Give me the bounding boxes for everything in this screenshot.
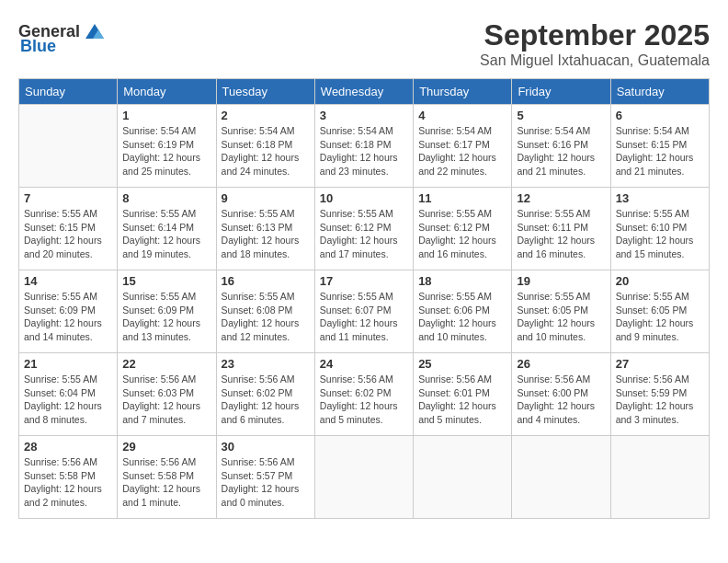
day-number: 29 xyxy=(122,440,210,454)
day-number: 8 xyxy=(122,191,210,205)
day-number: 5 xyxy=(517,109,605,122)
calendar-cell: 7Sunrise: 5:55 AM Sunset: 6:15 PM Daylig… xyxy=(19,188,118,270)
calendar-cell: 10Sunrise: 5:55 AM Sunset: 6:12 PM Dayli… xyxy=(314,188,413,270)
day-number: 14 xyxy=(24,274,112,288)
calendar-cell xyxy=(414,436,512,519)
day-number: 28 xyxy=(24,440,112,454)
day-number: 24 xyxy=(320,357,408,371)
day-info: Sunrise: 5:56 AM Sunset: 5:59 PM Dayligh… xyxy=(616,373,704,427)
day-number: 30 xyxy=(222,440,310,454)
calendar-cell: 11Sunrise: 5:55 AM Sunset: 6:12 PM Dayli… xyxy=(414,188,512,270)
calendar-cell xyxy=(19,105,118,188)
weekday-header: Sunday xyxy=(19,79,118,105)
logo: General Blue xyxy=(18,18,108,56)
page-header: General Blue September 2025 San Miguel I… xyxy=(18,18,710,69)
day-number: 1 xyxy=(122,109,210,122)
calendar-cell: 14Sunrise: 5:55 AM Sunset: 6:09 PM Dayli… xyxy=(19,270,118,353)
weekday-header: Wednesday xyxy=(314,79,413,105)
day-number: 4 xyxy=(418,109,506,122)
day-info: Sunrise: 5:55 AM Sunset: 6:09 PM Dayligh… xyxy=(122,290,210,344)
day-info: Sunrise: 5:54 AM Sunset: 6:15 PM Dayligh… xyxy=(616,124,704,178)
weekday-header: Saturday xyxy=(610,79,709,105)
day-info: Sunrise: 5:54 AM Sunset: 6:18 PM Dayligh… xyxy=(320,124,408,178)
calendar-cell: 22Sunrise: 5:56 AM Sunset: 6:03 PM Dayli… xyxy=(118,353,216,436)
calendar-cell: 2Sunrise: 5:54 AM Sunset: 6:18 PM Daylig… xyxy=(216,105,314,188)
day-info: Sunrise: 5:54 AM Sunset: 6:18 PM Dayligh… xyxy=(222,124,310,178)
calendar-cell: 30Sunrise: 5:56 AM Sunset: 5:57 PM Dayli… xyxy=(216,436,314,519)
day-number: 19 xyxy=(517,274,605,288)
day-info: Sunrise: 5:54 AM Sunset: 6:19 PM Dayligh… xyxy=(122,124,210,178)
day-info: Sunrise: 5:55 AM Sunset: 6:12 PM Dayligh… xyxy=(320,207,408,261)
day-info: Sunrise: 5:55 AM Sunset: 6:07 PM Dayligh… xyxy=(320,290,408,344)
calendar-cell: 12Sunrise: 5:55 AM Sunset: 6:11 PM Dayli… xyxy=(512,188,610,270)
day-number: 2 xyxy=(222,109,310,122)
calendar-cell: 16Sunrise: 5:55 AM Sunset: 6:08 PM Dayli… xyxy=(216,270,314,353)
day-number: 23 xyxy=(222,357,310,371)
day-number: 6 xyxy=(616,109,704,122)
day-info: Sunrise: 5:55 AM Sunset: 6:11 PM Dayligh… xyxy=(517,207,605,261)
calendar-cell: 13Sunrise: 5:55 AM Sunset: 6:10 PM Dayli… xyxy=(610,188,709,270)
day-number: 21 xyxy=(24,357,112,371)
day-info: Sunrise: 5:56 AM Sunset: 5:57 PM Dayligh… xyxy=(222,455,310,510)
calendar-week-row: 7Sunrise: 5:55 AM Sunset: 6:15 PM Daylig… xyxy=(19,188,710,270)
day-info: Sunrise: 5:55 AM Sunset: 6:13 PM Dayligh… xyxy=(222,207,310,261)
day-info: Sunrise: 5:55 AM Sunset: 6:08 PM Dayligh… xyxy=(222,290,310,344)
day-info: Sunrise: 5:55 AM Sunset: 6:06 PM Dayligh… xyxy=(418,290,506,344)
calendar-cell: 19Sunrise: 5:55 AM Sunset: 6:05 PM Dayli… xyxy=(512,270,610,353)
day-info: Sunrise: 5:55 AM Sunset: 6:09 PM Dayligh… xyxy=(24,290,112,344)
calendar-cell: 23Sunrise: 5:56 AM Sunset: 6:02 PM Dayli… xyxy=(216,353,314,436)
day-info: Sunrise: 5:55 AM Sunset: 6:05 PM Dayligh… xyxy=(616,290,704,344)
day-number: 15 xyxy=(122,274,210,288)
day-info: Sunrise: 5:56 AM Sunset: 6:02 PM Dayligh… xyxy=(320,373,408,427)
calendar-week-row: 21Sunrise: 5:55 AM Sunset: 6:04 PM Dayli… xyxy=(19,353,710,436)
weekday-header: Thursday xyxy=(414,79,512,105)
calendar-cell xyxy=(314,436,413,519)
day-number: 27 xyxy=(616,357,704,371)
calendar-cell xyxy=(512,436,610,519)
day-number: 3 xyxy=(320,109,408,122)
day-info: Sunrise: 5:56 AM Sunset: 5:58 PM Dayligh… xyxy=(122,455,210,510)
calendar-cell: 18Sunrise: 5:55 AM Sunset: 6:06 PM Dayli… xyxy=(414,270,512,353)
day-number: 17 xyxy=(320,274,408,288)
day-number: 18 xyxy=(418,274,506,288)
day-info: Sunrise: 5:56 AM Sunset: 6:02 PM Dayligh… xyxy=(222,373,310,427)
calendar-cell: 20Sunrise: 5:55 AM Sunset: 6:05 PM Dayli… xyxy=(610,270,709,353)
calendar-cell: 27Sunrise: 5:56 AM Sunset: 5:59 PM Dayli… xyxy=(610,353,709,436)
weekday-header: Monday xyxy=(118,79,216,105)
day-number: 9 xyxy=(222,191,310,205)
weekday-header: Friday xyxy=(512,79,610,105)
day-number: 7 xyxy=(24,191,112,205)
calendar-cell: 4Sunrise: 5:54 AM Sunset: 6:17 PM Daylig… xyxy=(414,105,512,188)
day-number: 26 xyxy=(517,357,605,371)
day-number: 25 xyxy=(418,357,506,371)
calendar-cell: 26Sunrise: 5:56 AM Sunset: 6:00 PM Dayli… xyxy=(512,353,610,436)
day-info: Sunrise: 5:55 AM Sunset: 6:14 PM Dayligh… xyxy=(122,207,210,261)
calendar-cell: 9Sunrise: 5:55 AM Sunset: 6:13 PM Daylig… xyxy=(216,188,314,270)
calendar-cell: 17Sunrise: 5:55 AM Sunset: 6:07 PM Dayli… xyxy=(314,270,413,353)
calendar-cell: 8Sunrise: 5:55 AM Sunset: 6:14 PM Daylig… xyxy=(118,188,216,270)
day-number: 22 xyxy=(122,357,210,371)
day-info: Sunrise: 5:56 AM Sunset: 6:01 PM Dayligh… xyxy=(418,373,506,427)
calendar-cell: 6Sunrise: 5:54 AM Sunset: 6:15 PM Daylig… xyxy=(610,105,709,188)
day-info: Sunrise: 5:54 AM Sunset: 6:16 PM Dayligh… xyxy=(517,124,605,178)
calendar-cell: 21Sunrise: 5:55 AM Sunset: 6:04 PM Dayli… xyxy=(19,353,118,436)
day-info: Sunrise: 5:55 AM Sunset: 6:12 PM Dayligh… xyxy=(418,207,506,261)
calendar-cell: 24Sunrise: 5:56 AM Sunset: 6:02 PM Dayli… xyxy=(314,353,413,436)
calendar-cell: 5Sunrise: 5:54 AM Sunset: 6:16 PM Daylig… xyxy=(512,105,610,188)
calendar-cell: 1Sunrise: 5:54 AM Sunset: 6:19 PM Daylig… xyxy=(118,105,216,188)
weekday-header: Tuesday xyxy=(216,79,314,105)
logo-blue: Blue xyxy=(20,37,56,56)
day-info: Sunrise: 5:56 AM Sunset: 6:00 PM Dayligh… xyxy=(517,373,605,427)
calendar-cell: 29Sunrise: 5:56 AM Sunset: 5:58 PM Dayli… xyxy=(118,436,216,519)
day-number: 13 xyxy=(616,191,704,205)
day-info: Sunrise: 5:55 AM Sunset: 6:04 PM Dayligh… xyxy=(24,373,112,427)
calendar-cell: 28Sunrise: 5:56 AM Sunset: 5:58 PM Dayli… xyxy=(19,436,118,519)
day-number: 10 xyxy=(320,191,408,205)
title-area: September 2025 San Miguel Ixtahuacan, Gu… xyxy=(480,18,710,69)
calendar-cell xyxy=(610,436,709,519)
day-number: 11 xyxy=(418,191,506,205)
day-number: 20 xyxy=(616,274,704,288)
calendar-cell: 25Sunrise: 5:56 AM Sunset: 6:01 PM Dayli… xyxy=(414,353,512,436)
calendar-week-row: 1Sunrise: 5:54 AM Sunset: 6:19 PM Daylig… xyxy=(19,105,710,188)
location-title: San Miguel Ixtahuacan, Guatemala xyxy=(480,52,710,69)
